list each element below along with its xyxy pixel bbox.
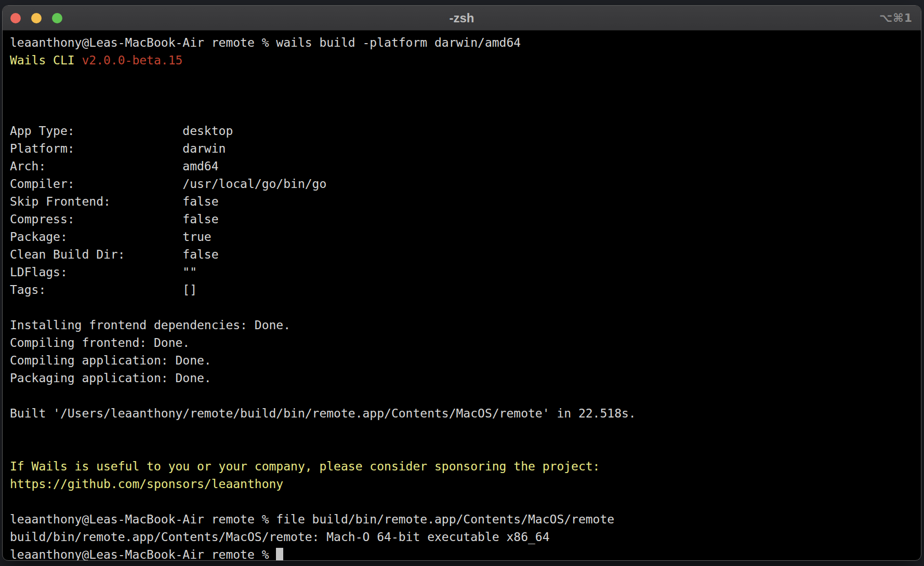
minimize-button[interactable] bbox=[31, 13, 42, 23]
terminal-line bbox=[10, 87, 921, 104]
terminal-text-segment: Tags: [] bbox=[10, 283, 197, 297]
terminal-text-segment: App Type: desktop bbox=[10, 124, 233, 138]
terminal-text-segment: Compiler: /usr/local/go/bin/go bbox=[10, 177, 326, 191]
terminal-line: Compiling frontend: Done. bbox=[10, 334, 921, 352]
zoom-button[interactable] bbox=[52, 13, 62, 23]
terminal-line: Platform: darwin bbox=[10, 140, 921, 157]
terminal-line: If Wails is useful to you or your compan… bbox=[10, 457, 921, 475]
terminal-text-segment: build/bin/remote.app/Contents/MacOS/remo… bbox=[10, 530, 550, 544]
terminal-text-segment: leaanthony@Leas-MacBook-Air remote % fil… bbox=[10, 513, 614, 526]
terminal-line: Package: true bbox=[10, 228, 921, 246]
terminal-line: Packaging application: Done. bbox=[10, 369, 921, 387]
terminal-line: App Type: desktop bbox=[10, 122, 921, 140]
terminal-text-segment: v2.0.0-beta.15 bbox=[82, 53, 182, 67]
terminal-text-segment: Wails CLI bbox=[10, 53, 82, 67]
terminal-text-segment: LDFlags: "" bbox=[10, 265, 197, 279]
terminal-text-segment: Package: true bbox=[10, 230, 212, 244]
terminal-text-segment: Compress: false bbox=[10, 212, 219, 226]
close-button[interactable] bbox=[10, 13, 21, 23]
terminal-line bbox=[10, 387, 921, 405]
terminal-line: leaanthony@Leas-MacBook-Air remote % fil… bbox=[10, 510, 921, 528]
terminal-line: https://github.com/sponsors/leaanthony bbox=[10, 475, 921, 493]
terminal-line: LDFlags: "" bbox=[10, 263, 921, 281]
traffic-lights bbox=[10, 6, 62, 30]
terminal-window: -zsh ⌥⌘1 leaanthony@Leas-MacBook-Air rem… bbox=[2, 5, 921, 561]
terminal-line: leaanthony@Leas-MacBook-Air remote % bbox=[10, 546, 921, 560]
terminal-line: Arch: amd64 bbox=[10, 157, 921, 175]
terminal-line bbox=[10, 493, 921, 510]
window-title: -zsh bbox=[450, 12, 474, 24]
terminal-line bbox=[10, 299, 921, 316]
terminal-text-segment: Clean Build Dir: false bbox=[10, 248, 219, 261]
terminal-cursor bbox=[276, 548, 283, 561]
terminal-line: Compress: false bbox=[10, 210, 921, 228]
terminal-line: build/bin/remote.app/Contents/MacOS/remo… bbox=[10, 528, 921, 546]
terminal-line: Installing frontend dependencies: Done. bbox=[10, 316, 921, 334]
terminal-line: Tags: [] bbox=[10, 281, 921, 299]
tab-shortcut-label: ⌥⌘1 bbox=[879, 12, 913, 24]
terminal-line: Clean Build Dir: false bbox=[10, 246, 921, 263]
terminal-line bbox=[10, 69, 921, 87]
terminal-text-segment: Packaging application: Done. bbox=[10, 371, 212, 385]
terminal-text-segment: Compiling application: Done. bbox=[10, 354, 212, 367]
terminal-line: leaanthony@Leas-MacBook-Air remote % wai… bbox=[10, 34, 921, 51]
terminal-line: Compiling application: Done. bbox=[10, 352, 921, 369]
desktop-background: { "window": { "title": "-zsh", "shortcut… bbox=[0, 0, 924, 566]
terminal-text-segment: https://github.com/sponsors/leaanthony bbox=[10, 477, 283, 491]
terminal-text-segment: leaanthony@Leas-MacBook-Air remote % wai… bbox=[10, 36, 521, 49]
terminal-text-segment: Installing frontend dependencies: Done. bbox=[10, 318, 291, 332]
title-bar[interactable]: -zsh ⌥⌘1 bbox=[3, 6, 921, 31]
terminal-line: Compiler: /usr/local/go/bin/go bbox=[10, 175, 921, 193]
terminal-text-segment: If Wails is useful to you or your compan… bbox=[10, 460, 600, 473]
terminal-text-segment: Arch: amd64 bbox=[10, 159, 219, 173]
terminal-line bbox=[10, 440, 921, 457]
terminal-text-segment: Platform: darwin bbox=[10, 142, 226, 155]
terminal-line bbox=[10, 422, 921, 440]
terminal-line: Built '/Users/leaanthony/remote/build/bi… bbox=[10, 405, 921, 422]
terminal-text-segment: Built '/Users/leaanthony/remote/build/bi… bbox=[10, 407, 636, 420]
terminal-line: Skip Frontend: false bbox=[10, 193, 921, 210]
terminal-text-segment: Compiling frontend: Done. bbox=[10, 336, 190, 349]
terminal-output[interactable]: leaanthony@Leas-MacBook-Air remote % wai… bbox=[3, 31, 921, 560]
terminal-text-segment: Skip Frontend: false bbox=[10, 195, 219, 208]
terminal-line: Wails CLI v2.0.0-beta.15 bbox=[10, 51, 921, 69]
terminal-text-segment: leaanthony@Leas-MacBook-Air remote % bbox=[10, 548, 276, 560]
terminal-line bbox=[10, 104, 921, 122]
